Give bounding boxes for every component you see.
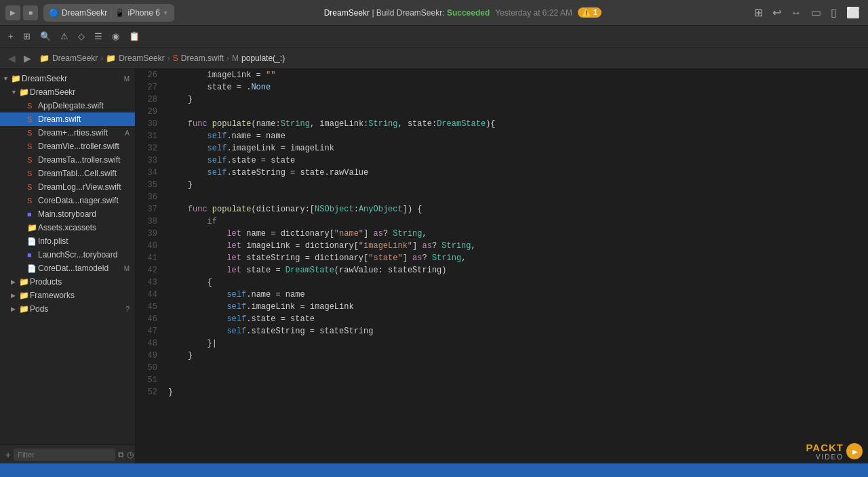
line-number: 48 — [136, 337, 163, 350]
breadcrumb-group[interactable]: 📁 DreamSeekr — [106, 54, 164, 63]
code-table: 26 imageLink = ""27 state = .None28 }29 … — [136, 69, 868, 398]
sidebar-item-label: CoreData...nager.swift — [38, 196, 130, 205]
packt-watermark: PACKT VIDEO — [806, 442, 863, 461]
line-number: 51 — [136, 374, 163, 386]
code-line: 28 } — [136, 94, 868, 106]
sidebar-item-info-plist[interactable]: 📄 Info.plist — [0, 234, 135, 248]
line-content: let stateString = dictionary["state"] as… — [163, 252, 868, 264]
line-content: if — [163, 215, 868, 228]
navigator-toggle-icon[interactable]: ⊞ — [751, 5, 766, 20]
folder-icon: 📁 — [19, 291, 30, 300]
sidebar-item-label: CoreDat...tamodeld — [38, 264, 121, 273]
code-line: 52} — [136, 386, 868, 398]
code-line: 35 } — [136, 179, 868, 191]
scheme-selector[interactable]: 🔵 DreamSeekr | 📱 iPhone 6 ▼ — [43, 4, 174, 22]
sidebar-item-dreamseekr-group[interactable]: ▼ 📁 DreamSeekr — [0, 85, 135, 99]
line-content: let imageLink = dictionary["imageLink"] … — [163, 240, 868, 252]
code-line: 49 } — [136, 350, 868, 362]
model-icon: 📄 — [27, 264, 38, 273]
line-number: 27 — [136, 81, 163, 94]
sidebar-item-pods[interactable]: ▶ 📁 Pods ? — [0, 302, 135, 316]
code-line: 42 let state = DreamState(rawValue: stat… — [136, 264, 868, 276]
line-number: 33 — [136, 154, 163, 167]
back-button[interactable]: ◀ — [5, 51, 18, 65]
line-number: 36 — [136, 191, 163, 203]
sidebar-item-coredata-manager[interactable]: S CoreData...nager.swift — [0, 194, 135, 207]
breadcrumb-method[interactable]: M populate(_:) — [232, 54, 285, 63]
line-content: func populate(name:String, imageLink:Str… — [163, 118, 868, 130]
line-content: self.imageLink = imageLink — [163, 142, 868, 154]
line-content: self.name = name — [163, 130, 868, 142]
modified-badge: M — [124, 265, 130, 272]
scheme-name: DreamSeekr — [62, 8, 107, 18]
line-content — [163, 362, 868, 374]
forward-button[interactable]: ▶ — [21, 51, 34, 65]
sidebar-item-label: Main.storyboard — [38, 209, 130, 219]
code-editor[interactable]: 26 imageLink = ""27 state = .None28 }29 … — [136, 69, 868, 463]
line-content — [163, 191, 868, 203]
sidebar-item-dreamtable-cell[interactable]: S DreamTabl...Cell.swift — [0, 167, 135, 180]
toolbar-right: ⊞ ↩ ↔ ▭ ▯ ⬜ — [751, 5, 863, 20]
packt-play-button[interactable] — [846, 443, 863, 459]
line-number: 35 — [136, 179, 163, 191]
added-badge: A — [125, 129, 130, 137]
stop-button[interactable] — [23, 5, 38, 20]
jump-bar-icon[interactable]: ↩ — [770, 5, 784, 20]
breadcrumb-bar: ◀ ▶ 📁 DreamSeekr › 📁 DreamSeekr › S Drea… — [0, 47, 868, 69]
breadcrumb-root[interactable]: 📁 DreamSeekr — [39, 54, 98, 63]
unknown-badge: ? — [125, 306, 130, 313]
swift-file-icon: S — [27, 169, 38, 178]
sidebar-item-main-storyboard[interactable]: ■ Main.storyboard — [0, 207, 135, 221]
test-icon[interactable]: ◇ — [75, 30, 87, 43]
sidebar-item-dream-swift[interactable]: S Dream.swift — [0, 112, 135, 126]
line-number: 26 — [136, 69, 163, 81]
filter-input[interactable] — [14, 449, 115, 461]
arrow-icon: ▶ — [11, 292, 19, 299]
breadcrumb-file[interactable]: S Dream.swift — [173, 54, 224, 63]
warning-icon[interactable]: ⚠ — [58, 30, 71, 43]
report-icon[interactable]: 📋 — [126, 30, 142, 43]
debug-icon[interactable]: ☰ — [92, 30, 105, 43]
filter-options-icon[interactable]: ⧉ — [118, 450, 124, 459]
editor-toggle-icon[interactable]: ↔ — [788, 5, 804, 20]
line-content: let name = dictionary["name"] as? String… — [163, 228, 868, 240]
code-line: 32 self.imageLink = imageLink — [136, 142, 868, 154]
line-content: } — [163, 179, 868, 191]
sidebar-item-assets[interactable]: 📁 Assets.xcassets — [0, 221, 135, 234]
line-content — [163, 106, 868, 118]
sidebar-item-dreamlog-view[interactable]: S DreamLog...rView.swift — [0, 180, 135, 194]
warning-badge[interactable]: ⚠️ 1 — [578, 7, 601, 18]
recent-files-icon[interactable]: ◷ — [127, 450, 134, 459]
sidebar-item-dream-properties[interactable]: S Dream+...rties.swift A — [0, 126, 135, 140]
file-tree: ▼ 📁 DreamSeekr M ▼ 📁 DreamSeekr S AppDel… — [0, 69, 135, 444]
layout-icon[interactable]: ▭ — [808, 5, 824, 20]
sidebar-item-dreamseekr-root[interactable]: ▼ 📁 DreamSeekr M — [0, 72, 135, 85]
app-icon: 🔵 — [49, 8, 59, 18]
sidebar-item-products[interactable]: ▶ 📁 Products — [0, 275, 135, 289]
sidebar-item-dreamview-controller[interactable]: S DreamVie...troller.swift — [0, 140, 135, 153]
code-line: 47 self.stateString = stateString — [136, 325, 868, 337]
sidebar-item-launch-screen[interactable]: ■ LaunchScr...toryboard — [0, 248, 135, 262]
assistant-icon[interactable]: ▯ — [828, 5, 840, 20]
find-icon[interactable]: 🔍 — [37, 30, 54, 43]
breakpoint-icon[interactable]: ◉ — [109, 30, 122, 43]
code-line: 29 — [136, 106, 868, 118]
folder-icon: 📁 — [11, 74, 22, 83]
sidebar-item-label: DreamSeekr — [22, 74, 121, 83]
sidebar-item-frameworks[interactable]: ▶ 📁 Frameworks — [0, 289, 135, 302]
sidebar-item-appdelegate[interactable]: S AppDelegate.swift — [0, 99, 135, 112]
code-line: 30 func populate(name:String, imageLink:… — [136, 118, 868, 130]
sidebar-item-label: DreamSeekr — [30, 87, 130, 97]
sidebar-item-coredata-model[interactable]: 📄 CoreDat...tamodeld M — [0, 262, 135, 275]
play-button[interactable] — [5, 5, 20, 20]
packt-text: PACKT — [806, 442, 844, 453]
swift-file-icon: S — [27, 142, 38, 150]
sidebar-item-label: Dream.swift — [38, 115, 130, 124]
add-file-icon[interactable]: + — [5, 30, 16, 43]
grid-icon[interactable]: ⊞ — [20, 30, 33, 43]
main-toolbar: 🔵 DreamSeekr | 📱 iPhone 6 ▼ DreamSeekr |… — [0, 0, 868, 26]
sidebar-item-label: LaunchScr...toryboard — [38, 250, 130, 260]
sidebar-item-dreamstable-controller[interactable]: S DreamsTa...troller.swift — [0, 153, 135, 167]
version-icon[interactable]: ⬜ — [844, 5, 863, 20]
add-icon[interactable]: + — [5, 449, 11, 460]
